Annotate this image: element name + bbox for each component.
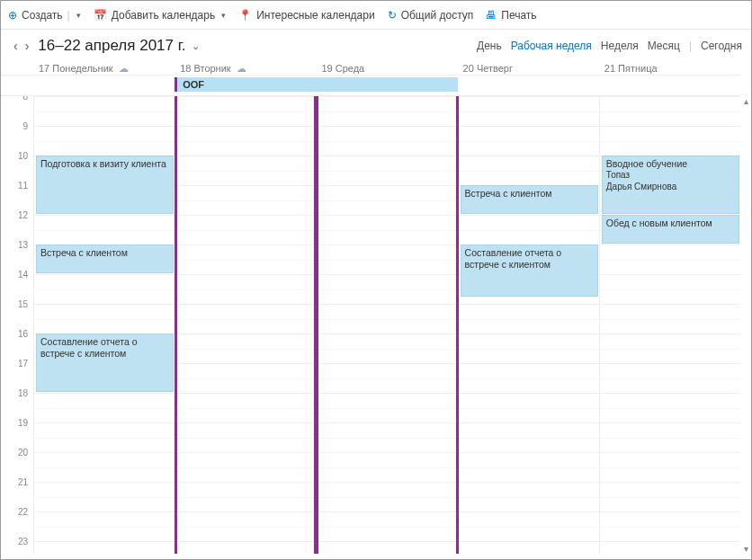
calendar-event[interactable]: Составление отчета о встрече с клиентом bbox=[461, 244, 598, 297]
view-week[interactable]: Неделя bbox=[601, 40, 639, 52]
pin-icon: 📍 bbox=[238, 9, 252, 22]
hour-line bbox=[33, 482, 740, 483]
divider: | bbox=[67, 9, 70, 22]
halfhour-line bbox=[33, 527, 740, 528]
calendar-event[interactable]: Встреча с клиентом bbox=[36, 244, 174, 273]
prev-button[interactable]: ‹ bbox=[10, 39, 22, 53]
event-title: Встреча с клиентом bbox=[465, 188, 594, 200]
day-header[interactable]: 21 Пятница bbox=[599, 62, 740, 75]
event-title: Составление отчета о встрече с клиентом bbox=[465, 247, 594, 271]
scroll-up-icon[interactable]: ▴ bbox=[744, 96, 748, 106]
print-button[interactable]: 🖶 Печать bbox=[486, 9, 536, 22]
hour-label: 20 bbox=[3, 448, 28, 458]
allday-cell[interactable] bbox=[316, 76, 457, 95]
hour-label: 23 bbox=[3, 537, 28, 547]
day-label: 19 Среда bbox=[321, 63, 364, 74]
header: ‹ › 16–22 апреля 2017 г. ⌄ День Рабочая … bbox=[1, 30, 751, 62]
view-switcher: День Рабочая неделя Неделя Месяц | Сегод… bbox=[477, 40, 742, 52]
chevron-down-icon: ▾ bbox=[221, 11, 226, 20]
calendar-plus-icon: 📅 bbox=[94, 9, 107, 22]
allday-cell[interactable] bbox=[599, 76, 740, 95]
day-label: 21 Пятница bbox=[604, 63, 658, 74]
event-title: Составление отчета о встрече с клиентом bbox=[40, 336, 169, 360]
hour-label: 12 bbox=[3, 210, 28, 220]
halfhour-line bbox=[33, 497, 740, 498]
allday-row: OOF bbox=[1, 75, 740, 96]
add-calendar-button[interactable]: 📅 Добавить календарь ▾ bbox=[94, 9, 226, 22]
halfhour-line bbox=[33, 319, 740, 320]
next-button[interactable]: › bbox=[22, 39, 33, 53]
day-column[interactable] bbox=[175, 96, 316, 554]
chevron-down-icon: ▾ bbox=[76, 11, 81, 20]
create-button[interactable]: ⊕ Создать | ▾ bbox=[8, 9, 81, 22]
day-header[interactable]: 19 Среда bbox=[316, 62, 457, 75]
date-range-label: 16–22 апреля 2017 г. bbox=[38, 37, 185, 55]
print-icon: 🖶 bbox=[486, 9, 497, 22]
hour-label: 10 bbox=[3, 151, 28, 161]
day-header[interactable]: 17 Понедельник☁ bbox=[33, 62, 175, 75]
day-column[interactable] bbox=[316, 96, 457, 554]
day-header[interactable]: 20 Четверг bbox=[458, 62, 599, 75]
view-day[interactable]: День bbox=[477, 40, 502, 52]
halfhour-line bbox=[33, 467, 740, 468]
hour-line bbox=[33, 393, 740, 394]
calendar-grid: 891011121314151617181920212223 Подготовк… bbox=[1, 96, 740, 554]
share-button[interactable]: ↻ Общий доступ bbox=[388, 9, 474, 22]
event-subline: Топаз bbox=[606, 170, 735, 182]
calendar-event[interactable]: Составление отчета о встрече с клиентом bbox=[36, 333, 174, 392]
create-label: Создать bbox=[22, 9, 63, 22]
calendar-event[interactable]: Подготовка к визиту клиента bbox=[36, 156, 174, 214]
halfhour-line bbox=[33, 141, 740, 142]
scroll-down-icon[interactable]: ▾ bbox=[744, 544, 748, 554]
day-label: 17 Понедельник bbox=[39, 63, 113, 74]
halfhour-line bbox=[33, 438, 740, 439]
hour-line bbox=[33, 452, 740, 453]
halfhour-line bbox=[33, 111, 740, 112]
hour-label: 9 bbox=[3, 121, 28, 131]
allday-cell[interactable]: OOF bbox=[175, 76, 316, 95]
event-title: Подготовка к визиту клиента bbox=[40, 158, 169, 170]
hour-label: 13 bbox=[3, 240, 28, 250]
view-today[interactable]: Сегодня bbox=[701, 40, 742, 52]
calendar-event[interactable]: Вводное обучениеТопазДарья Смирнова bbox=[602, 156, 739, 214]
interesting-calendars-button[interactable]: 📍 Интересные календари bbox=[238, 9, 374, 22]
gutter-spacer bbox=[1, 62, 33, 75]
event-subline: Дарья Смирнова bbox=[606, 182, 735, 193]
print-label: Печать bbox=[501, 9, 536, 22]
day-label: 20 Четверг bbox=[463, 63, 513, 74]
hour-label: 22 bbox=[3, 507, 28, 517]
day-column[interactable]: Встреча с клиентомСоставление отчета о в… bbox=[458, 96, 599, 554]
view-month[interactable]: Месяц bbox=[648, 40, 680, 52]
chevron-down-icon: ⌄ bbox=[192, 40, 200, 52]
day-label: 18 Вторник bbox=[180, 63, 230, 74]
hour-label: 16 bbox=[3, 329, 28, 339]
hour-label: 21 bbox=[3, 477, 28, 487]
scrollbar[interactable]: ▴ ▾ bbox=[740, 96, 751, 554]
toolbar: ⊕ Создать | ▾ 📅 Добавить календарь ▾ 📍 И… bbox=[1, 1, 751, 30]
hour-line bbox=[33, 304, 740, 305]
calendar-event[interactable]: Встреча с клиентом bbox=[461, 185, 598, 214]
gutter-spacer bbox=[1, 76, 33, 95]
hour-line bbox=[33, 96, 740, 97]
hour-line bbox=[33, 274, 740, 275]
hour-gutter: 891011121314151617181920212223 bbox=[1, 96, 33, 554]
add-calendar-label: Добавить календарь bbox=[112, 9, 215, 22]
day-columns: Подготовка к визиту клиентаВстреча с кли… bbox=[33, 96, 740, 554]
calendar-event[interactable]: Обед с новым клиентом bbox=[602, 215, 739, 244]
share-label: Общий доступ bbox=[401, 9, 474, 22]
view-workweek[interactable]: Рабочая неделя bbox=[511, 40, 592, 52]
date-range-picker[interactable]: 16–22 апреля 2017 г. ⌄ bbox=[38, 37, 199, 55]
allday-event-title: OOF bbox=[183, 79, 204, 90]
hour-line bbox=[33, 126, 740, 127]
allday-cell[interactable] bbox=[458, 76, 599, 95]
separator: | bbox=[689, 40, 692, 52]
day-column[interactable]: Вводное обучениеТопазДарья СмирноваОбед … bbox=[599, 96, 740, 554]
day-column[interactable]: Подготовка к визиту клиентаВстреча с кли… bbox=[33, 96, 175, 554]
day-headers: 17 Понедельник☁ 18 Вторник☁ 19 Среда 20 … bbox=[1, 62, 740, 75]
hour-label: 14 bbox=[3, 270, 28, 280]
hour-line bbox=[33, 511, 740, 512]
hour-label: 19 bbox=[3, 418, 28, 428]
allday-cell[interactable] bbox=[33, 76, 175, 95]
halfhour-line bbox=[33, 408, 740, 409]
day-header[interactable]: 18 Вторник☁ bbox=[175, 62, 316, 75]
